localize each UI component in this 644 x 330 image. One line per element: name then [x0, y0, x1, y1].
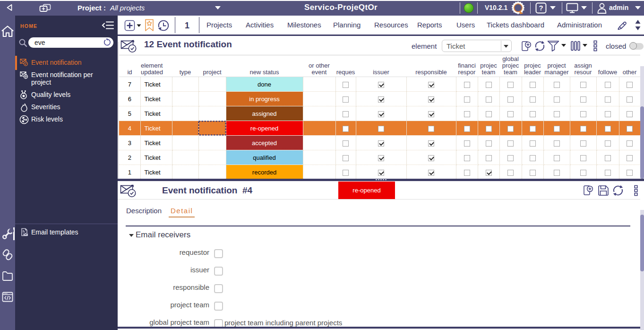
svg-text:?: ? — [539, 4, 543, 12]
